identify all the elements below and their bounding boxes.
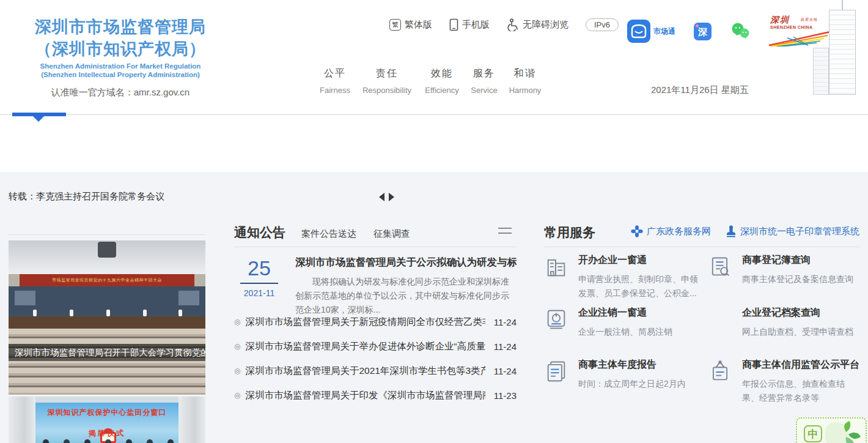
- mobile-version-button[interactable]: 手机版: [449, 18, 490, 31]
- service-register-query[interactable]: 商事登记簿查询 商事主体登记及备案信息查询: [708, 254, 859, 307]
- ceremony-banner-line1: 深圳知识产权保护中心盐田分窗口: [35, 408, 178, 418]
- active-tab-arrow: [33, 116, 44, 122]
- mobile-phone-icon: [449, 18, 458, 31]
- tab-case-announcements[interactable]: 案件公告送达: [301, 228, 356, 240]
- service-business-cancellation[interactable]: 企业注销一窗通 企业一般注销、简易注销: [544, 307, 708, 359]
- site-logo[interactable]: 深圳市市场监督管理局 （深圳市知识产权局） Shenzhen Administr…: [20, 16, 221, 99]
- ticker-next-icon[interactable]: [389, 193, 394, 201]
- accessibility-button[interactable]: 无障碍浏览: [507, 18, 568, 31]
- nav-top-divider: [0, 114, 868, 115]
- ishenzhen-app-icon[interactable]: 深: [694, 23, 712, 40]
- featured-title[interactable]: 深圳市市场监督管理局关于公示拟确认为研发与标...: [295, 256, 517, 269]
- photo-wall: [9, 286, 205, 317]
- notice-list-item[interactable]: ◎ 深圳市市场监督管理局关于举办促进体外诊断企业“高质量... 11-24: [234, 334, 517, 359]
- market-app-label: 市场通: [653, 26, 675, 37]
- notices-title: 通知公告: [234, 224, 285, 241]
- wechat-icon[interactable]: [730, 22, 751, 40]
- traditional-chinese-icon: 繁: [389, 19, 401, 31]
- company-building-icon: [544, 255, 568, 279]
- widget-zhong-label: 中: [804, 425, 822, 442]
- value-responsibility: 责任 Responsibility: [359, 67, 414, 95]
- notices-more-icon[interactable]: [498, 228, 512, 237]
- market-app-link[interactable]: 市场通: [627, 20, 675, 43]
- clover-leaves-icon: [825, 419, 866, 443]
- bullet-icon: ◎: [234, 391, 240, 400]
- bullet-icon: ◎: [234, 367, 240, 375]
- carousel-slide-conference-photo[interactable]: 市场监管局宣传贯彻党的十九届六中全会精神干部大会 深圳市市场监督管理局召开干部大…: [9, 240, 205, 395]
- featured-day: 25: [234, 257, 284, 279]
- services-panel: 常用服务 广东政务服务网 深圳市统一电子印章管理系统: [544, 220, 859, 241]
- current-date: 2021年11月26日 星期五: [651, 84, 749, 96]
- carousel-top-divider: [9, 234, 205, 235]
- service-open-business[interactable]: 开办企业一窗通 申请营业执照、刻制印章、申领发票、员工参保登记、公积金...: [544, 254, 708, 307]
- official-domain-notice: 认准唯一官方域名：amr.sz.gov.cn: [20, 87, 221, 99]
- bullet-icon: ◎: [234, 342, 240, 351]
- document-search-icon: [708, 255, 732, 279]
- market-app-icon: [627, 20, 650, 43]
- news-ticker[interactable]: 转载：李克强主持召开国务院常务会议: [9, 191, 164, 203]
- notices-divider: [234, 247, 517, 247]
- floating-widget[interactable]: 中: [796, 417, 867, 443]
- featured-date-block: 25 2021-11: [234, 257, 284, 298]
- app-links-row: 市场通 深 深圳 政府在线 SHENZHEN CHINA: [627, 15, 833, 48]
- main-navigation: 首页 政务公开 政务服务 政民互动 专题服务 政务机器人: [0, 115, 868, 172]
- hanging-board-icon: [708, 359, 732, 384]
- notice-list-item[interactable]: ◎ 深圳市市场监督管理局关于新冠疫情期间全市仅经营乙类非... 11-24: [234, 310, 517, 334]
- site-header: 深圳市市场监督管理局 （深圳市知识产权局） Shenzhen Administr…: [0, 0, 868, 114]
- ticker-prev-icon[interactable]: [379, 193, 384, 201]
- org-name-cn-line2: （深圳市知识产权局）: [20, 38, 221, 60]
- mobile-version-label: 手机版: [462, 19, 490, 31]
- notice-list-item[interactable]: ◎ 深圳市市场监督管理局关于印发《深圳市市场监督管理局商... 11-23: [234, 383, 517, 408]
- org-name-cn-line1: 深圳市市场监督管理局: [20, 16, 221, 38]
- ipv6-badge[interactable]: IPv6: [586, 18, 619, 31]
- org-name-en-line1: Shenzhen Administration For Market Regul…: [20, 62, 221, 70]
- featured-month: 2021-11: [234, 288, 284, 298]
- annual-report-icon: [544, 359, 568, 384]
- carousel-slide-ceremony-photo[interactable]: 深圳知识产权保护中心盐田分窗口 揭牌仪式: [9, 396, 205, 443]
- service-credit-platform[interactable]: 商事主体信用监管公示平台 年报公示信息、抽查检查结果、经营异常名录等: [708, 359, 859, 405]
- notices-panel: 通知公告 案件公告送达 征集调查 25 2021-11 深圳市市场监督管理局关于…: [234, 220, 517, 416]
- value-service: 服务 Service: [469, 67, 499, 95]
- shenzhen-gov-logo-cn: 深圳: [770, 15, 790, 26]
- value-harmony: 和谐 Harmony: [507, 67, 543, 95]
- traditional-chinese-label: 繁体版: [405, 19, 432, 31]
- stamp-icon: [726, 225, 737, 237]
- building-sketch-image: [804, 0, 867, 95]
- flower-icon: [631, 225, 643, 237]
- services-title: 常用服务: [544, 224, 595, 241]
- photo-panelists: [33, 310, 37, 316]
- org-name-en-line2: (Shenzhen Intellectual Property Administ…: [20, 70, 221, 79]
- service-annual-report[interactable]: 商事主体年度报告 时间：成立周年之日起2月内: [544, 359, 708, 405]
- value-fairness: 公平 Fairness: [319, 67, 351, 95]
- power-off-icon: [544, 307, 568, 332]
- accessibility-label: 无障碍浏览: [523, 19, 568, 31]
- ceremony-people: [43, 439, 49, 443]
- featured-notice[interactable]: 25 2021-11 深圳市市场监督管理局关于公示拟确认为研发与标... 现将拟…: [234, 256, 517, 305]
- utility-toolbar: 繁 繁体版 手机版 无障碍浏览 IPv6: [389, 18, 619, 31]
- guangdong-gov-service-link[interactable]: 广东政务服务网: [631, 225, 711, 237]
- e-seal-system-link[interactable]: 深圳市统一电子印章管理系统: [726, 225, 859, 237]
- ticker-controls: [379, 193, 394, 201]
- notice-list: ◎ 深圳市市场监督管理局关于新冠疫情期间全市仅经营乙类非... 11-24 ◎ …: [234, 310, 517, 408]
- bullet-icon: ◎: [234, 318, 240, 326]
- services-divider: [544, 247, 859, 247]
- accessibility-wheelchair-icon: [507, 18, 519, 31]
- value-efficiency: 效能 Efficiency: [423, 67, 461, 95]
- core-values-strip: 公平 Fairness 责任 Responsibility 效能 Efficie…: [319, 67, 543, 95]
- services-grid: 开办企业一窗通 申请营业执照、刻制印章、申领发票、员工参保登记、公积金... 商…: [544, 254, 859, 405]
- photo-banner-text: 市场监管局宣传贯彻党的十九届六中全会精神干部大会: [20, 274, 194, 286]
- photo-projector: [98, 242, 116, 258]
- traditional-chinese-button[interactable]: 繁 繁体版: [389, 19, 432, 31]
- notice-list-item[interactable]: ◎ 深圳市市场监督管理局关于2021年深圳市学生书包等3类产... 11-24: [234, 359, 517, 383]
- ceremony-banner-line2: 揭牌仪式: [35, 428, 178, 439]
- carousel-caption[interactable]: 深圳市市场监督管理局召开干部大会学习贯彻党的十...: [9, 344, 205, 361]
- tab-surveys[interactable]: 征集调查: [373, 228, 410, 240]
- photo-desk: [9, 316, 205, 329]
- org-name-en: Shenzhen Administration For Market Regul…: [20, 62, 221, 79]
- service-archive-query[interactable]: 企业登记档案查询 网上自助查档、受理申请查档: [708, 307, 859, 359]
- photo-audience: [9, 329, 205, 395]
